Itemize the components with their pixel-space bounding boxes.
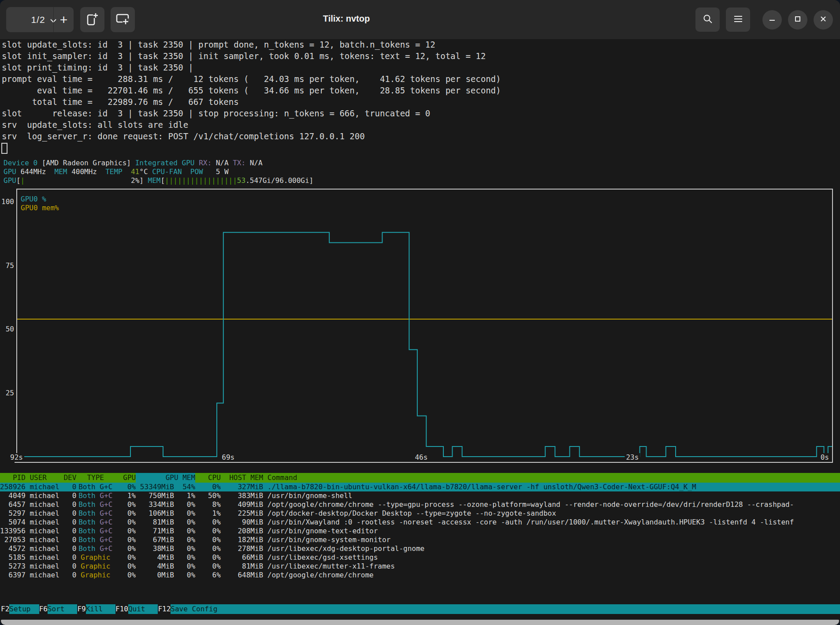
gpu-summary: Device 0 [AMD Radeon Graphics] Integrate…: [4, 159, 313, 185]
tab-switcher[interactable]: 1/2 +: [6, 7, 74, 32]
tab-indicator: 1/2: [23, 15, 45, 25]
process-table-body: 258926michael0Both G+C0%53349MiB54%0%327…: [0, 483, 840, 580]
y-tick-label: 75: [1, 261, 14, 270]
fkey-action-quit[interactable]: Quit: [128, 604, 158, 614]
column-header-cpu[interactable]: CPU: [195, 473, 221, 483]
log-line: srv log_server_r: done request: POST /v1…: [2, 130, 501, 142]
column-header-command[interactable]: Command: [263, 473, 840, 483]
log-line: total time = 22989.76 ms / 667 tokens: [2, 96, 501, 108]
process-table-header[interactable]: PIDUSERDEVTYPEGPUGPU MEMCPUHOST MEMComma…: [0, 473, 840, 483]
menu-button[interactable]: [726, 7, 750, 32]
fkey-f2[interactable]: F2: [1, 604, 9, 614]
gpu-utilization-chart: 0255075100 GPU0 % GPU0 mem% 92s69s46s23s…: [0, 189, 840, 465]
new-tab-button[interactable]: +: [54, 7, 74, 32]
process-row[interactable]: 5074michael0Both G+C0%81MiB0%0%90MiB/usr…: [0, 518, 840, 527]
process-row[interactable]: 133956michael0Both G+C0%71MiB0%0%208MiB/…: [0, 527, 840, 536]
process-table: PIDUSERDEVTYPEGPUGPU MEMCPUHOST MEMComma…: [0, 473, 840, 580]
terminal-cursor: [1, 143, 7, 154]
function-key-bar: F2SetupF6SortF9KillF10QuitF12Save Config: [1, 604, 840, 614]
process-row-selected[interactable]: 258926michael0Both G+C0%53349MiB54%0%327…: [0, 483, 840, 491]
terminal-window: 1/2 +: [0, 0, 840, 625]
fkey-f6[interactable]: F6: [39, 604, 48, 614]
split-down-icon: [115, 12, 130, 27]
close-icon: [820, 15, 827, 24]
maximize-button[interactable]: [788, 10, 807, 30]
process-row[interactable]: 5297michael0Both G+C0%106MiB0%1%225MiB/o…: [0, 509, 840, 518]
column-header-host-mem[interactable]: HOST MEM: [221, 473, 263, 483]
log-line: eval time = 22701.46 ms / 655 tokens ( 3…: [2, 85, 501, 96]
minimize-icon: [769, 15, 776, 24]
fkey-action-kill[interactable]: Kill: [86, 604, 115, 614]
hamburger-menu-icon: [733, 15, 743, 25]
process-row[interactable]: 4572michael0Both G+C0%38MiB0%0%278MiB/us…: [0, 544, 840, 553]
close-button[interactable]: [814, 10, 833, 30]
maximize-icon: [794, 15, 801, 24]
process-row[interactable]: 4049michael0Both G+C1%750MiB1%50%383MiB/…: [0, 491, 840, 500]
log-line: slot init_sampler: id 3 | task 2350 | in…: [2, 50, 501, 62]
process-row[interactable]: 5185michael0Graphic0%4MiB0%0%66MiB/usr/l…: [0, 553, 840, 562]
column-header-gpu[interactable]: GPU: [115, 473, 136, 483]
search-button[interactable]: [695, 7, 720, 32]
fkey-f10[interactable]: F10: [115, 604, 128, 614]
process-row[interactable]: 6397michael0Graphic0%0MiB0%6%648MiB/opt/…: [0, 571, 840, 580]
window-title: Tilix: nvtop: [323, 14, 370, 24]
fkey-f12[interactable]: F12: [158, 604, 171, 614]
gpu-summary-line2: GPU 644MHz MEM 400MHz TEMP 41°C CPU-FAN …: [4, 167, 313, 176]
column-header-dev[interactable]: DEV: [59, 473, 77, 483]
gpu-summary-line1: Device 0 [AMD Radeon Graphics] Integrate…: [4, 159, 313, 167]
terminal-log: slot update_slots: id 3 | task 2350 | pr…: [2, 39, 501, 142]
process-row[interactable]: 5273michael0Graphic0%4MiB0%0%81MiB/usr/l…: [0, 562, 840, 571]
column-header-gpu-mem-sorted[interactable]: GPU MEM: [136, 473, 195, 483]
x-tick-label: 92s: [9, 453, 24, 462]
log-line: slot update_slots: id 3 | task 2350 | pr…: [2, 39, 501, 50]
x-tick-label: 46s: [413, 453, 429, 462]
column-header-pid[interactable]: PID: [0, 473, 26, 483]
legend-gpu-mem-percent: GPU0 mem%: [21, 204, 59, 212]
gpu-summary-line3: GPU[| 2%] MEM[|||||||||||||||||53.547Gi/…: [4, 176, 313, 185]
log-line: slot release: id 3 | task 2350 | stop pr…: [2, 108, 501, 119]
x-tick-label: 0s: [819, 453, 830, 462]
split-right-icon: [86, 12, 99, 28]
fkey-action-save-config[interactable]: Save Config: [171, 604, 840, 614]
fkey-action-setup[interactable]: Setup: [9, 604, 39, 614]
x-tick-label: 23s: [624, 453, 640, 462]
fkey-action-sort[interactable]: Sort: [48, 604, 77, 614]
split-terminal-down-button[interactable]: [111, 7, 135, 32]
log-line: slot print_timing: id 3 | task 2350 |: [2, 62, 501, 73]
fkey-f9[interactable]: F9: [77, 604, 85, 614]
plot-area: GPU0 % GPU0 mem%: [16, 189, 833, 463]
y-tick-label: 25: [1, 389, 14, 398]
search-icon: [702, 14, 713, 26]
split-terminal-right-button[interactable]: [80, 7, 104, 32]
process-row[interactable]: 6457michael0Both G+C0%334MiB0%8%409MiB/o…: [0, 500, 840, 509]
legend-gpu-percent: GPU0 %: [21, 195, 46, 203]
window-bottom-edge: [1, 620, 839, 625]
column-header-user[interactable]: USER: [26, 473, 59, 483]
log-line: srv update_slots: all slots are idle: [2, 119, 501, 130]
x-tick-label: 69s: [220, 453, 236, 462]
column-header-type[interactable]: TYPE: [76, 473, 115, 483]
minimize-button[interactable]: [762, 10, 782, 30]
y-tick-label: 100: [1, 197, 14, 206]
gpu-utilization-line: [17, 232, 832, 457]
log-line: prompt eval time = 288.31 ms / 12 tokens…: [2, 73, 501, 85]
titlebar: 1/2 +: [0, 0, 840, 40]
process-row[interactable]: 27053michael0Both G+C0%67MiB0%0%182MiB/u…: [0, 536, 840, 544]
y-tick-label: 50: [1, 325, 14, 334]
